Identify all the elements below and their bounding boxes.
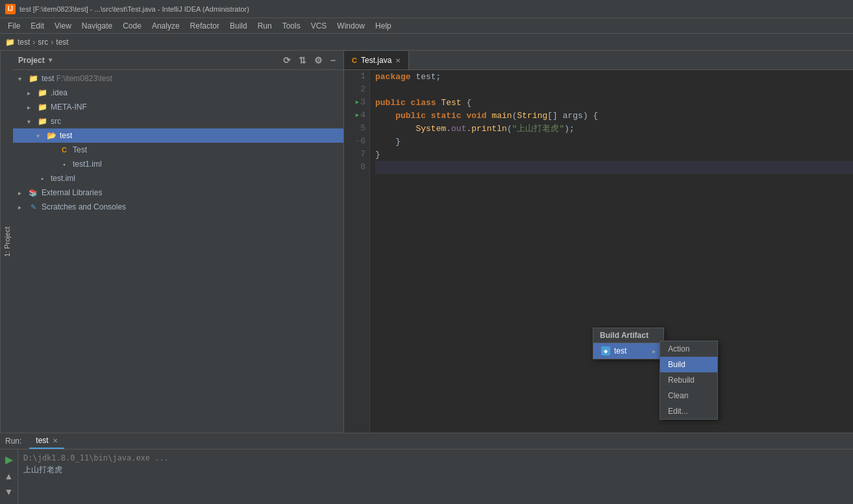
run-up-button[interactable]: ▲: [3, 470, 15, 483]
paren-close: );: [564, 124, 575, 134]
editor-tabs: C Test.java ✕: [344, 51, 853, 70]
menu-edit[interactable]: Edit: [25, 20, 49, 32]
code-line-8: [375, 161, 853, 174]
tree-item-test1-iml[interactable]: ▪ test1.iml: [13, 157, 343, 171]
tree-label-ext-lib: External Libraries: [42, 188, 102, 197]
run-tab-label: test: [36, 436, 48, 445]
tree-item-test-pkg[interactable]: ▾ 📂 test: [13, 128, 343, 143]
kw-class: class: [411, 98, 441, 108]
code-pkg-name: test;: [411, 72, 441, 82]
arr-bracket: []: [547, 111, 562, 121]
arrow-test-root: ▾: [18, 75, 27, 82]
run-tab-close[interactable]: ✕: [53, 437, 58, 444]
folder-icon-src: 📁: [36, 115, 48, 127]
settings-icon[interactable]: ⚙: [312, 54, 325, 67]
run-cmd-line: D:\jdk1.8.0_11\bin\java.exe ...: [23, 452, 848, 464]
run-toolbar: ▶ ▲ ▼ ■: [0, 450, 18, 504]
kw-static: static: [431, 111, 467, 121]
menu-help[interactable]: Help: [370, 20, 397, 32]
menu-navigate[interactable]: Navigate: [77, 20, 117, 32]
code-line-5: System . out . println ( "上山打老虎" );: [375, 122, 853, 135]
brace-close: }: [375, 150, 380, 160]
collapse-icon[interactable]: ⇅: [296, 54, 309, 67]
cls-test: Test: [441, 98, 466, 108]
run-stop-button[interactable]: ■: [5, 501, 12, 504]
menu-vcs[interactable]: VCS: [306, 20, 332, 32]
run-tabs: Run: test ✕: [0, 433, 853, 450]
ln-7: 7: [348, 148, 365, 161]
sync-icon[interactable]: ⟳: [280, 54, 293, 67]
arrow-scratches: ▸: [18, 204, 27, 211]
breadcrumb-sep2: ›: [51, 38, 53, 47]
line-numbers: 1 2 ▶3 ▶4 5 —6 7 8: [344, 70, 370, 433]
breadcrumb-test[interactable]: test: [18, 38, 30, 47]
project-tab-label: 1: Project: [3, 226, 11, 256]
menu-window[interactable]: Window: [332, 20, 370, 32]
ln-4: ▶4: [348, 109, 365, 122]
run-down-button[interactable]: ▼: [3, 485, 15, 498]
params: (: [512, 111, 517, 121]
cls-system: System: [415, 124, 446, 134]
indent-5: [375, 124, 415, 134]
code-editor[interactable]: 1 2 ▶3 ▶4 5 —6 7 8 package test: [344, 70, 853, 433]
code-content[interactable]: package test; public class Test { public: [370, 70, 853, 433]
title-bar: IJ test [F:\item0823\test] - ...\src\tes…: [0, 0, 853, 18]
menu-file[interactable]: File: [3, 20, 25, 32]
ln-6: —6: [348, 135, 365, 148]
tree-label-test-pkg: test: [60, 131, 72, 140]
tree-item-meta-inf[interactable]: ▸ 📁 META-INF: [13, 100, 343, 114]
indent-4: [375, 111, 395, 121]
tree-item-src[interactable]: ▾ 📁 src: [13, 114, 343, 128]
run-output: D:\jdk1.8.0_11\bin\java.exe ... 上山打老虎: [18, 450, 853, 504]
ext-lib-icon: 📚: [27, 187, 39, 198]
param-args: args) {: [563, 111, 599, 121]
tab-close-button[interactable]: ✕: [395, 57, 401, 64]
minimize-icon[interactable]: −: [328, 54, 338, 67]
arrow-src: ▾: [27, 118, 36, 125]
menu-tools[interactable]: Tools: [277, 20, 306, 32]
editor-tab-test-java[interactable]: C Test.java ✕: [344, 51, 409, 69]
code-line-3: public class Test {: [375, 96, 853, 109]
run-play-button[interactable]: ▶: [4, 452, 14, 467]
breadcrumb-src[interactable]: src: [38, 38, 48, 47]
menu-analyze[interactable]: Analyze: [147, 20, 185, 32]
menu-build[interactable]: Build: [225, 20, 253, 32]
kw-package: package: [375, 72, 411, 82]
menu-code[interactable]: Code: [117, 20, 147, 32]
iml-icon-test: ▪: [36, 173, 48, 184]
paren-open: (: [507, 124, 512, 134]
project-vertical-tab[interactable]: 1: Project: [0, 51, 13, 433]
tree-item-scratches[interactable]: ▸ ✎ Scratches and Consoles: [13, 200, 343, 214]
sidebar-header: Project ▼ ⟳ ⇅ ⚙ −: [13, 51, 343, 70]
folder-icon-idea: 📁: [36, 87, 48, 99]
arrow-ext-lib: ▸: [18, 189, 27, 197]
menu-run[interactable]: Run: [253, 20, 277, 32]
breadcrumb-test-pkg[interactable]: test: [56, 38, 68, 47]
tree-item-test-iml[interactable]: ▪ test.iml: [13, 171, 343, 186]
method-main: main: [491, 111, 512, 121]
main-area: 1: Project Project ▼ ⟳ ⇅ ⚙ − ▾ 📁 test F:…: [0, 51, 853, 433]
arrow-test-pkg: ▾: [36, 132, 45, 139]
sidebar-dropdown-icon[interactable]: ▼: [47, 56, 54, 64]
kw-void: void: [466, 111, 491, 121]
project-tree: ▾ 📁 test F:\item0823\test ▸ 📁 .idea ▸ 📁 …: [13, 70, 343, 433]
run-output-text: 上山打老虎: [23, 464, 848, 475]
str-val: "上山打老虎": [512, 123, 565, 134]
dot2: .: [466, 124, 471, 134]
run-content: ▶ ▲ ▼ ■ D:\jdk1.8.0_11\bin\java.exe ... …: [0, 450, 853, 504]
arrow-meta-inf: ▸: [27, 104, 36, 111]
arrow-idea: ▸: [27, 90, 36, 97]
sidebar-header-icons: ⟳ ⇅ ⚙ −: [280, 54, 338, 67]
tree-item-test-java[interactable]: C Test: [13, 143, 343, 157]
run-tab-test[interactable]: test ✕: [29, 433, 64, 449]
tree-label-meta-inf: META-INF: [51, 102, 87, 112]
tree-item-test-root[interactable]: ▾ 📁 test F:\item0823\test: [13, 71, 343, 86]
cls-string: String: [517, 111, 547, 121]
tree-item-idea[interactable]: ▸ 📁 .idea: [13, 86, 343, 100]
code-line-1: package test;: [375, 70, 853, 83]
tree-item-ext-lib[interactable]: ▸ 📚 External Libraries: [13, 186, 343, 200]
ln-1: 1: [348, 70, 365, 83]
menu-refactor[interactable]: Refactor: [185, 20, 225, 32]
menu-view[interactable]: View: [49, 20, 77, 32]
code-line-4: public static void main ( String [] args…: [375, 109, 853, 122]
